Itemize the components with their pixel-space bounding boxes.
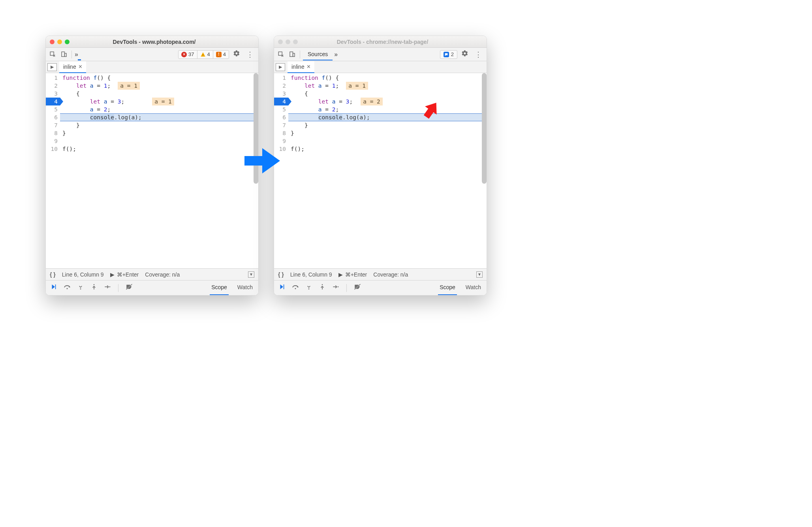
step-into-icon[interactable]	[77, 283, 85, 292]
file-tab-inline[interactable]: inline ×	[59, 61, 86, 73]
console-badge-group[interactable]: × 37 ! 4 ! 4	[178, 50, 229, 59]
file-tabs: ▶ inline ×	[274, 61, 487, 73]
warnings-badge[interactable]: ! 4	[197, 51, 213, 58]
code-body[interactable]: function f() { let a = 1;a = 1 { let a =…	[60, 73, 258, 268]
main-toolbar: Sources » 2 ⋮	[274, 48, 487, 61]
traffic-light-min[interactable]	[286, 40, 290, 44]
step-into-icon[interactable]	[305, 283, 313, 292]
debugger-toolbar: Scope Watch	[274, 280, 487, 295]
step-out-icon[interactable]	[90, 283, 98, 292]
traffic-light-min[interactable]	[57, 40, 62, 44]
kebab-menu-icon[interactable]: ⋮	[244, 50, 256, 59]
file-tab-label: inline	[291, 64, 304, 70]
pretty-print-icon[interactable]: { }	[278, 271, 284, 278]
line-number[interactable]: 4	[46, 98, 58, 105]
gear-icon[interactable]	[231, 50, 242, 59]
window-title: DevTools - chrome://new-tab-page/	[301, 39, 464, 45]
svg-rect-2	[65, 53, 67, 56]
issues-count: 2	[451, 51, 454, 57]
gear-icon[interactable]	[459, 50, 471, 59]
errors-badge[interactable]: × 37	[179, 51, 197, 58]
tab-scope[interactable]: Scope	[210, 280, 229, 295]
svg-point-5	[67, 288, 68, 289]
traffic-light-close[interactable]	[278, 40, 283, 44]
traffic-light-max[interactable]	[293, 40, 298, 44]
svg-point-7	[94, 284, 95, 285]
separator	[71, 51, 72, 58]
traffic-light-close[interactable]	[50, 40, 55, 44]
more-tabs-icon[interactable]: »	[334, 51, 336, 58]
svg-rect-4	[55, 284, 56, 289]
tab-watch[interactable]: Watch	[464, 280, 483, 295]
svg-text:!: !	[202, 53, 203, 56]
collapse-drawer-icon[interactable]: ▼	[248, 271, 254, 278]
resume-icon[interactable]	[278, 283, 286, 292]
breakpoint-marker[interactable]: 4	[274, 98, 288, 105]
line-number[interactable]: 3	[46, 90, 58, 98]
file-tab-inline[interactable]: inline ×	[288, 61, 314, 73]
close-icon[interactable]: ×	[79, 63, 82, 70]
titlebar-right[interactable]: DevTools - chrome://new-tab-page/	[274, 36, 487, 48]
step-icon[interactable]	[332, 284, 340, 292]
breakpoint-marker[interactable]: 4	[45, 98, 60, 105]
more-tabs-icon[interactable]: »	[75, 51, 77, 58]
transition-arrow-icon	[242, 146, 280, 174]
code-editor[interactable]: 1 2 3 4 5 6 7 8 9 10 function f() { let …	[46, 73, 258, 268]
code-body[interactable]: function f() { let a = 1;a = 1 { let a =…	[288, 73, 487, 268]
collapse-drawer-icon[interactable]: ▼	[476, 271, 483, 278]
device-toggle-icon[interactable]	[59, 50, 69, 59]
kebab-menu-icon[interactable]: ⋮	[472, 50, 484, 59]
line-gutter[interactable]: 1 2 3 4 5 6 7 8 9 10	[46, 73, 60, 268]
step-out-icon[interactable]	[318, 283, 326, 292]
line-number[interactable]: 10	[46, 145, 58, 153]
line-number[interactable]: 5	[46, 105, 58, 113]
line-number[interactable]: 7	[274, 121, 286, 129]
line-number[interactable]: 4	[274, 98, 286, 105]
line-number[interactable]: 6	[274, 113, 286, 121]
inspect-element-icon[interactable]	[276, 50, 286, 59]
traffic-light-max[interactable]	[65, 40, 70, 44]
code-editor[interactable]: 1 2 3 4 5 6 7 8 9 10 function f() { let …	[274, 73, 487, 268]
line-number[interactable]: 2	[274, 82, 286, 90]
svg-point-8	[109, 286, 111, 288]
close-icon[interactable]: ×	[307, 63, 310, 70]
cursor-position: Line 6, Column 9	[290, 271, 332, 278]
issues-badge[interactable]: ! 4	[213, 51, 229, 58]
titlebar-left[interactable]: DevTools - www.photopea.com/	[46, 36, 258, 48]
line-number[interactable]: 1	[46, 74, 58, 82]
step-over-icon[interactable]	[63, 283, 71, 292]
line-number[interactable]: 9	[46, 137, 58, 145]
line-number[interactable]: 7	[46, 121, 58, 129]
issues-chip[interactable]: 2	[440, 50, 457, 59]
active-tab-indicator	[78, 49, 81, 60]
snippets-play-icon[interactable]: ▶	[47, 63, 57, 71]
message-icon	[444, 52, 449, 57]
resume-icon[interactable]	[50, 283, 58, 292]
tab-scope[interactable]: Scope	[438, 280, 457, 295]
tab-watch[interactable]: Watch	[236, 280, 254, 295]
line-number[interactable]: 3	[274, 90, 286, 98]
line-number[interactable]: 2	[46, 82, 58, 90]
line-number[interactable]: 8	[46, 129, 58, 137]
main-toolbar: » × 37 ! 4 ! 4 ⋮	[46, 48, 258, 61]
scrollbar[interactable]	[482, 73, 487, 184]
inline-value-chip: a = 1	[118, 82, 140, 90]
pretty-print-icon[interactable]: { }	[50, 271, 56, 278]
devtools-window-left: DevTools - www.photopea.com/ » × 37 ! 4	[45, 36, 259, 295]
device-toggle-icon[interactable]	[288, 50, 297, 59]
tab-sources[interactable]: Sources	[303, 49, 333, 60]
line-number[interactable]: 5	[274, 105, 286, 113]
step-over-icon[interactable]	[291, 283, 299, 292]
deactivate-breakpoints-icon[interactable]	[125, 283, 133, 292]
line-number[interactable]: 9	[274, 137, 286, 145]
deactivate-breakpoints-icon[interactable]	[353, 283, 361, 292]
snippets-play-icon[interactable]: ▶	[276, 63, 285, 71]
line-number[interactable]: 1	[274, 74, 286, 82]
debugger-tabs: Scope Watch	[438, 280, 483, 295]
inspect-element-icon[interactable]	[48, 50, 58, 59]
line-number[interactable]: 8	[274, 129, 286, 137]
devtools-window-right: DevTools - chrome://new-tab-page/ Source…	[274, 36, 487, 295]
step-icon[interactable]	[103, 284, 111, 292]
line-number[interactable]: 6	[46, 113, 58, 121]
inline-value-chip: a = 2	[361, 98, 383, 105]
